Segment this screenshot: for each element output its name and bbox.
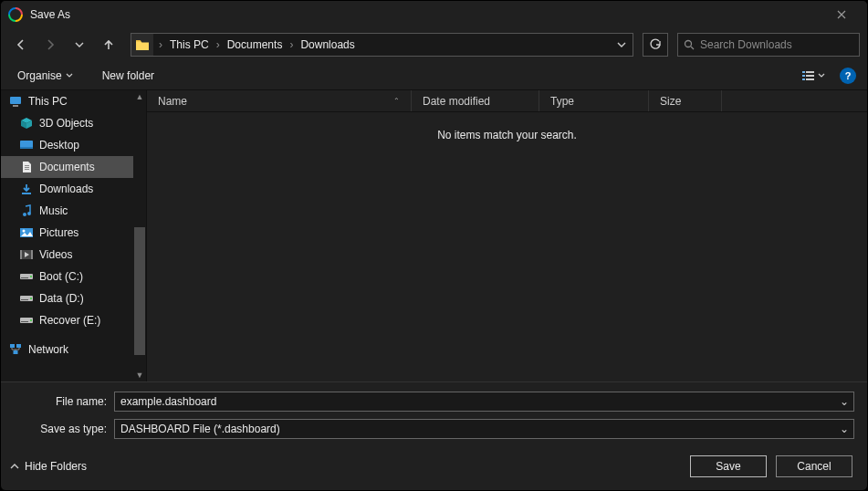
svg-rect-6 [802,78,805,80]
address-bar[interactable]: › This PC › Documents › Downloads [131,33,633,57]
save-fields: File name: ⌄ Save as type: ⌄ [1,381,867,443]
svg-rect-33 [16,344,21,348]
sidebar-item-this-pc[interactable]: This PC [1,90,146,112]
file-list: Name ⌃ Date modified Type Size No items … [147,90,867,381]
sidebar-item-documents[interactable]: Documents [1,156,146,178]
sidebar-item-drive-d[interactable]: Data (D:) [1,287,146,309]
save-type-combo[interactable]: ⌄ [114,419,854,439]
svg-rect-3 [806,71,814,73]
column-headers: Name ⌃ Date modified Type Size [147,90,867,112]
empty-message: No items match your search. [147,112,867,158]
breadcrumb-item[interactable]: This PC [164,38,214,51]
column-type[interactable]: Type [539,90,649,111]
file-name-label: File name: [14,395,114,408]
chevron-down-icon [66,72,73,79]
svg-point-19 [23,230,26,233]
titlebar: Save As [1,1,867,28]
svg-rect-11 [20,147,33,149]
save-type-label: Save as type: [14,423,114,435]
svg-point-31 [30,319,32,321]
video-icon [19,247,34,262]
sidebar-item-music[interactable]: Music [1,200,146,222]
search-icon [684,39,695,50]
file-name-input[interactable] [115,395,835,408]
sidebar-item-downloads[interactable]: Downloads [1,178,146,200]
address-dropdown-button[interactable] [611,40,633,49]
window-title: Save As [30,8,823,21]
svg-rect-12 [25,165,29,166]
chevron-down-icon[interactable]: ⌄ [835,395,853,408]
organise-button[interactable]: Organise [12,66,78,86]
help-button[interactable]: ? [840,68,856,84]
file-name-combo[interactable]: ⌄ [114,392,854,412]
chevron-right-icon: › [214,38,222,51]
save-as-dialog: Save As › This PC › Documents › Download… [0,0,868,491]
sidebar-item-drive-e[interactable]: Recover (E:) [1,309,146,331]
cube-icon [19,116,34,131]
svg-point-25 [30,276,32,277]
save-button[interactable]: Save [690,455,767,477]
footer: Hide Folders Save Cancel [1,443,867,490]
navbar: › This PC › Documents › Downloads [1,28,867,61]
drive-icon [19,291,34,306]
svg-point-17 [27,212,31,215]
music-icon [19,204,34,218]
svg-rect-27 [21,299,28,300]
chevron-down-icon[interactable]: ⌄ [835,423,853,435]
download-icon [19,182,34,196]
svg-rect-30 [21,321,28,322]
svg-rect-4 [802,75,805,77]
toolbar: Organise New folder ? [1,61,867,90]
svg-point-1 [685,41,692,47]
sidebar-item-drive-c[interactable]: Boot (C:) [1,266,146,287]
svg-rect-14 [25,169,29,170]
view-options-button[interactable] [798,66,829,86]
refresh-button[interactable] [643,33,668,57]
svg-rect-34 [14,350,18,354]
sidebar-item-desktop[interactable]: Desktop [1,134,146,156]
column-date-modified[interactable]: Date modified [412,90,539,111]
pc-icon [8,94,23,109]
chevron-up-icon [10,462,19,471]
save-type-input[interactable] [115,423,835,435]
svg-rect-24 [21,277,28,278]
close-button[interactable] [823,1,860,28]
network-icon [8,342,23,357]
svg-rect-22 [31,250,33,259]
sidebar-item-network[interactable]: Network [1,339,146,360]
breadcrumb: › This PC › Documents › Downloads [153,38,611,51]
chevron-right-icon: › [288,38,295,51]
document-icon [19,160,34,174]
recent-locations-button[interactable] [67,32,92,57]
app-icon [8,7,23,22]
back-button[interactable] [8,32,34,57]
sort-indicator-icon: ⌃ [393,97,400,105]
pictures-icon [19,225,34,240]
search-input[interactable] [700,38,853,51]
sidebar-scrollbar[interactable]: ▲ ▼ [133,90,146,381]
sidebar-item-videos[interactable]: Videos [1,244,146,266]
drive-icon [19,269,34,284]
svg-rect-8 [10,97,21,104]
svg-rect-15 [22,193,31,194]
scrollbar-thumb[interactable] [134,227,145,355]
svg-rect-32 [10,344,15,348]
column-size[interactable]: Size [649,90,722,111]
cancel-button[interactable]: Cancel [776,455,852,477]
forward-button[interactable] [37,32,63,57]
sidebar-item-pictures[interactable]: Pictures [1,222,146,244]
chevron-down-icon [818,72,825,79]
desktop-icon [19,138,34,152]
new-folder-button[interactable]: New folder [97,66,160,86]
column-name[interactable]: Name ⌃ [147,90,412,111]
scroll-down-icon[interactable]: ▼ [136,369,144,381]
sidebar: This PC 3D Objects Desktop Documents Dow… [1,90,147,381]
up-button[interactable] [96,32,121,57]
breadcrumb-item[interactable]: Downloads [295,38,360,51]
hide-folders-button[interactable]: Hide Folders [10,460,87,473]
svg-rect-13 [25,167,29,168]
scroll-up-icon[interactable]: ▲ [136,90,144,103]
search-box[interactable] [677,33,860,57]
breadcrumb-item[interactable]: Documents [222,38,288,51]
sidebar-item-3d-objects[interactable]: 3D Objects [1,112,146,134]
